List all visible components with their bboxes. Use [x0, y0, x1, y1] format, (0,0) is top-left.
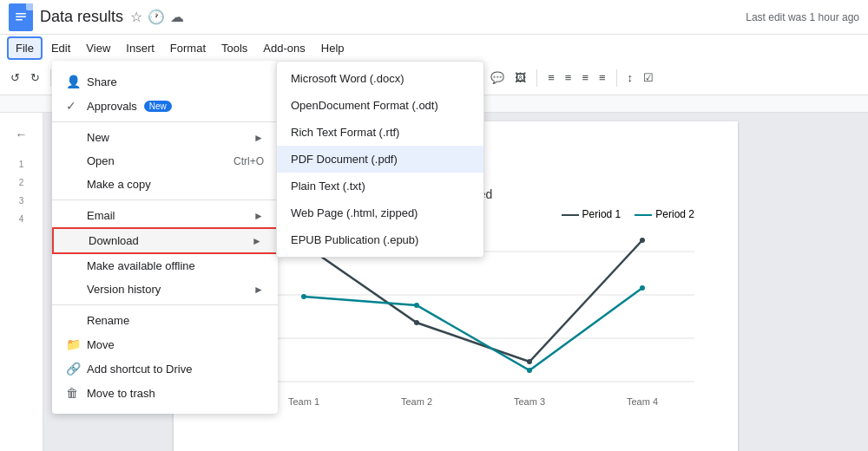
svg-point-16: [527, 368, 532, 373]
svg-point-13: [640, 238, 645, 243]
download-epub[interactable]: EPUB Publication (.epub): [277, 226, 483, 253]
svg-point-11: [414, 320, 419, 325]
toolbar-sep-5: [536, 69, 537, 87]
menu-make-copy[interactable]: Make a copy: [52, 173, 278, 196]
doc-icon: [9, 3, 33, 31]
menu-group-file-ops: New ► Open Ctrl+O Make a copy: [52, 122, 278, 200]
share-icon: 👤: [66, 75, 83, 88]
toolbar-sep-1: [50, 69, 51, 87]
history-icon[interactable]: 🕐: [148, 9, 165, 25]
align-left-button[interactable]: ≡: [544, 69, 558, 86]
align-justify-button[interactable]: ≡: [595, 69, 609, 86]
menu-view[interactable]: View: [79, 38, 117, 58]
svg-text:Team 4: Team 4: [627, 396, 658, 407]
file-menu: 👤 Share ✓ Approvals New New ► Open Ctrl+…: [52, 61, 278, 414]
menu-group-manage: Rename 📁 Move 🔗 Add shortcut to Drive 🗑 …: [52, 305, 278, 409]
svg-rect-1: [16, 13, 26, 15]
menu-share[interactable]: 👤 Share: [52, 69, 278, 94]
menu-file[interactable]: File: [7, 36, 43, 60]
menu-edit[interactable]: Edit: [44, 38, 77, 58]
svg-text:Team 1: Team 1: [288, 396, 319, 407]
trash-icon: 🗑: [66, 386, 83, 400]
menu-approvals[interactable]: ✓ Approvals New: [52, 94, 278, 118]
menu-email[interactable]: Email ►: [52, 204, 278, 227]
download-rtf[interactable]: Rich Text Format (.rtf): [277, 119, 483, 146]
download-arrow: ►: [252, 235, 262, 247]
top-bar: Data results ☆ 🕐 ☁ Last edit was 1 hour …: [0, 0, 868, 35]
menu-offline[interactable]: Make available offline: [52, 254, 278, 278]
download-html[interactable]: Web Page (.html, zipped): [277, 199, 483, 226]
menu-version-history[interactable]: Version history ►: [52, 278, 278, 301]
image-button[interactable]: 🖼: [511, 69, 529, 86]
comment-button[interactable]: 💬: [487, 69, 508, 86]
svg-rect-2: [16, 16, 26, 17]
align-center-button[interactable]: ≡: [562, 69, 575, 86]
menu-new[interactable]: New ►: [52, 126, 278, 149]
menu-shortcut[interactable]: 🔗 Add shortcut to Drive: [52, 356, 278, 381]
download-submenu: Microsoft Word (.docx) OpenDocument Form…: [276, 61, 484, 258]
approvals-icon: ✓: [66, 99, 83, 113]
menu-insert[interactable]: Insert: [119, 38, 161, 58]
star-icon[interactable]: ☆: [130, 9, 142, 25]
approvals-badge: New: [144, 101, 172, 112]
menu-group-download: Email ► Download ► Make available offlin…: [52, 200, 278, 305]
svg-text:Team 3: Team 3: [514, 396, 545, 407]
menu-download[interactable]: Download ►: [52, 227, 278, 254]
cloud-icon[interactable]: ☁: [170, 9, 184, 25]
toolbar-sep-6: [616, 69, 617, 87]
svg-rect-3: [16, 19, 23, 21]
email-arrow: ►: [253, 210, 264, 222]
download-docx[interactable]: Microsoft Word (.docx): [277, 65, 483, 92]
menu-format[interactable]: Format: [163, 38, 213, 58]
svg-point-14: [301, 294, 306, 299]
undo-button[interactable]: ↺: [7, 69, 23, 86]
menu-help[interactable]: Help: [314, 38, 352, 58]
page-number-2: 2: [19, 178, 24, 187]
menu-move[interactable]: 📁 Move: [52, 332, 278, 356]
line-spacing-button[interactable]: ↕: [624, 69, 637, 86]
doc-title: Data results: [40, 8, 123, 26]
version-arrow: ►: [253, 284, 264, 296]
legend-period2: Period 2: [635, 208, 694, 220]
sidebar: ← 1 2 3 4: [0, 113, 43, 451]
menu-tools[interactable]: Tools: [214, 38, 254, 58]
svg-point-15: [414, 303, 419, 308]
page-number-4: 4: [19, 214, 24, 224]
page-number-1: 1: [19, 160, 24, 169]
menu-bar: File Edit View Insert Format Tools Add-o…: [0, 35, 868, 61]
menu-rename[interactable]: Rename: [52, 309, 278, 332]
download-txt[interactable]: Plain Text (.txt): [277, 173, 483, 199]
menu-open[interactable]: Open Ctrl+O: [52, 149, 278, 173]
sidebar-back-button[interactable]: ←: [9, 121, 35, 147]
svg-point-17: [640, 285, 645, 291]
last-edit-text: Last edit was 1 hour ago: [746, 11, 859, 23]
menu-group-share: 👤 Share ✓ Approvals New: [52, 66, 278, 122]
shortcut-icon: 🔗: [66, 362, 83, 376]
open-shortcut: Ctrl+O: [233, 155, 264, 167]
new-arrow: ►: [253, 132, 264, 144]
svg-point-12: [527, 359, 532, 364]
align-right-button[interactable]: ≡: [578, 69, 592, 86]
menu-addons[interactable]: Add-ons: [256, 38, 312, 58]
redo-button[interactable]: ↻: [27, 69, 43, 86]
download-pdf[interactable]: PDF Document (.pdf): [277, 146, 483, 173]
doc-action-icons: ☆ 🕐 ☁: [130, 9, 184, 25]
svg-text:Team 2: Team 2: [401, 396, 432, 407]
checklist-button[interactable]: ☑: [640, 69, 657, 86]
page-number-3: 3: [19, 196, 24, 206]
menu-trash[interactable]: 🗑 Move to trash: [52, 381, 278, 405]
download-odt[interactable]: OpenDocument Format (.odt): [277, 92, 483, 119]
move-icon: 📁: [66, 337, 83, 351]
chart-line-period2: [304, 288, 642, 370]
legend-period1: Period 1: [562, 208, 621, 220]
